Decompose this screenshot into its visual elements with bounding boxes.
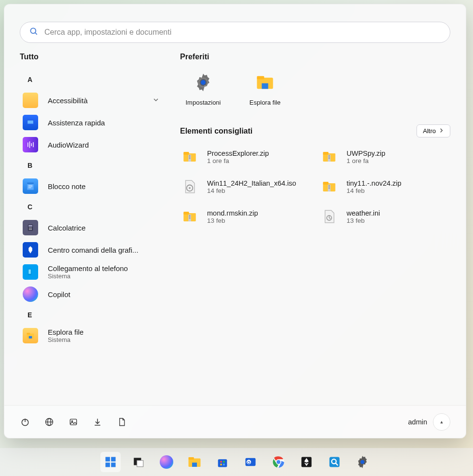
documents-icon[interactable]	[116, 417, 127, 427]
svg-line-1	[35, 33, 37, 35]
audio-icon	[23, 137, 38, 152]
rec-name: mond.rmskin.zip	[207, 209, 258, 217]
taskbar: O	[0, 448, 473, 476]
app-blocco-note[interactable]: Blocco note	[20, 175, 165, 197]
rec-time: 14 feb	[207, 187, 296, 194]
pictures-icon[interactable]	[68, 417, 79, 427]
svg-point-20	[31, 229, 32, 230]
network-icon[interactable]	[44, 417, 55, 427]
app-list: A Accessibilità Assistenza rapida	[20, 70, 165, 347]
file-icon	[181, 178, 198, 195]
pinned-settings[interactable]: Impostazioni	[180, 70, 226, 106]
svg-rect-22	[28, 270, 31, 274]
svg-rect-51	[329, 188, 330, 189]
letter-header[interactable]: E	[20, 305, 165, 325]
start-menu: Tutto A Accessibilità Assistenza rapida	[4, 4, 466, 438]
recommended-item[interactable]: ProcessExplorer.zip1 ore fa	[180, 147, 311, 166]
svg-rect-39	[323, 152, 328, 155]
svg-point-0	[30, 28, 36, 33]
svg-rect-36	[189, 157, 191, 157]
file-icon	[181, 208, 198, 225]
quick-assist-icon	[23, 115, 38, 130]
taskbar-outlook[interactable]: O	[240, 452, 261, 472]
explorer-icon	[23, 328, 38, 343]
app-label: Blocco note	[48, 182, 165, 190]
recommended-item[interactable]: weather.ini13 feb	[320, 207, 450, 226]
taskbar-copilot[interactable]	[156, 452, 177, 472]
rec-time: 1 ore fa	[347, 157, 385, 164]
svg-rect-57	[189, 218, 191, 218]
app-assistenza-rapida[interactable]: Assistenza rapida	[20, 111, 165, 134]
more-button[interactable]: Altro	[417, 124, 450, 137]
file-icon	[320, 208, 338, 225]
rec-name: weather.ini	[347, 209, 380, 217]
svg-point-87	[277, 460, 280, 464]
app-copilot[interactable]: Copilot	[20, 283, 165, 305]
letter-header[interactable]: C	[20, 197, 165, 217]
svg-rect-78	[220, 461, 222, 463]
taskbar-app-dark[interactable]	[296, 452, 317, 472]
taskbar-store[interactable]	[212, 452, 233, 472]
svg-rect-43	[329, 158, 330, 159]
app-collegamento-telefono[interactable]: Collegamento al telefono Sistema	[20, 261, 165, 283]
recommended-item[interactable]: tiny11.-.nov24.zip14 feb	[320, 177, 450, 196]
file-icon	[181, 148, 198, 165]
recommended-item[interactable]: UWPSpy.zip1 ore fa	[320, 147, 450, 166]
recommended-item[interactable]: Win11_24H2_Italian_x64.iso14 feb	[180, 177, 311, 196]
svg-point-92	[361, 460, 364, 464]
pinned-explorer[interactable]: Esplora file	[242, 70, 288, 106]
search-input[interactable]	[44, 28, 441, 37]
folder-icon	[23, 93, 38, 108]
svg-rect-31	[262, 83, 268, 89]
svg-point-15	[29, 228, 30, 229]
taskbar-explorer[interactable]	[184, 452, 205, 472]
user-avatar: ▲	[433, 413, 450, 431]
rec-time: 14 feb	[347, 187, 402, 194]
recommended-title: Elementi consigliati	[180, 127, 252, 136]
pinned-label: Esplora file	[250, 99, 280, 106]
all-apps-title: Tutto	[20, 53, 165, 61]
app-audiowizard[interactable]: AudioWizard	[20, 134, 165, 156]
recommended-item[interactable]: mond.rmskin.zip13 feb	[180, 207, 311, 226]
svg-rect-75	[189, 457, 194, 460]
letter-header[interactable]: B	[20, 156, 165, 175]
app-accessibilita[interactable]: Accessibilità	[20, 89, 165, 111]
letter-header[interactable]: A	[20, 70, 165, 89]
taskbar-chrome[interactable]	[268, 452, 289, 472]
svg-rect-70	[106, 462, 110, 467]
svg-point-16	[30, 228, 31, 229]
svg-rect-9	[27, 183, 33, 184]
app-esplora-file[interactable]: Esplora file Sistema	[20, 325, 165, 347]
power-icon[interactable]	[20, 417, 30, 427]
svg-rect-73	[137, 461, 143, 467]
app-calcolatrice[interactable]: Calcolatrice	[20, 217, 165, 239]
app-centro-comandi-grafica[interactable]: Centro comandi della grafi...	[20, 239, 165, 261]
user-account[interactable]: admin ▲	[408, 413, 451, 431]
file-icon	[320, 178, 338, 195]
svg-rect-71	[111, 462, 115, 467]
rec-name: UWPSpy.zip	[347, 150, 385, 157]
taskbar-taskview[interactable]	[128, 452, 149, 472]
downloads-icon[interactable]	[92, 417, 103, 427]
svg-rect-49	[329, 185, 330, 186]
svg-point-28	[201, 80, 206, 85]
svg-point-17	[31, 228, 32, 229]
svg-rect-55	[189, 215, 191, 216]
graphics-icon	[23, 242, 38, 258]
app-label: AudioWizard	[48, 141, 165, 149]
start-button[interactable]	[100, 452, 121, 472]
right-column: Preferiti Impostazioni Esplora file Elem…	[180, 53, 450, 405]
rec-time: 13 feb	[347, 217, 380, 224]
notepad-icon	[23, 178, 38, 194]
rec-name: Win11_24H2_Italian_x64.iso	[207, 179, 296, 187]
search-box[interactable]	[20, 22, 450, 43]
settings-icon	[194, 73, 213, 92]
svg-rect-79	[223, 461, 225, 463]
svg-rect-77	[218, 459, 227, 467]
svg-rect-37	[189, 158, 191, 159]
chevron-down-icon	[153, 96, 159, 105]
calculator-icon	[23, 220, 38, 235]
taskbar-settings[interactable]	[352, 452, 373, 472]
taskbar-search-app[interactable]	[324, 452, 345, 472]
svg-rect-56	[189, 217, 191, 217]
